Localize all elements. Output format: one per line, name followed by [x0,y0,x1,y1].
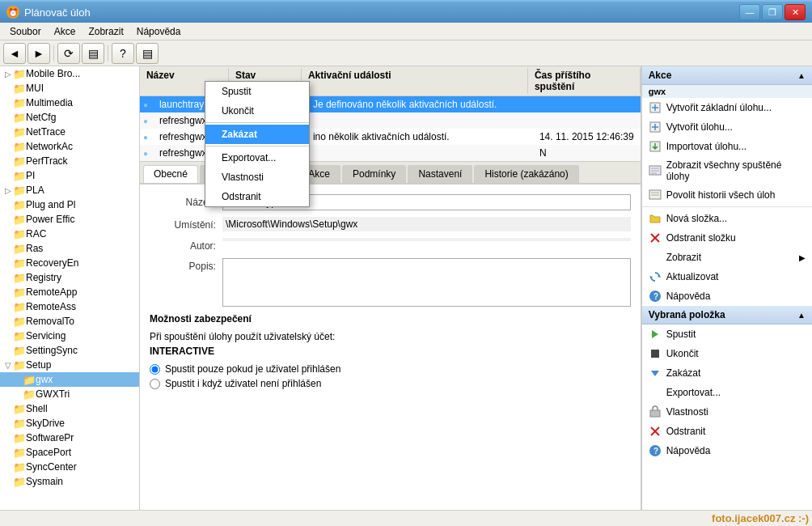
action-delete[interactable]: Odstranit [642,422,812,441]
menu-help[interactable]: Nápověda [130,24,188,39]
sidebar-item-registry[interactable]: 📁 Registry [0,270,139,285]
sidebar-item-skydrive[interactable]: 📁 SkyDrive [0,416,139,431]
action-view[interactable]: Zobrazit ▶ [642,248,812,267]
sidebar-item-pi[interactable]: 📁 PI [0,168,139,183]
actions-collapse-icon[interactable]: ▲ [797,71,806,80]
ctx-exportovat[interactable]: Exportovat... [205,148,309,168]
selected-collapse-icon[interactable]: ▲ [797,311,806,320]
refresh-button[interactable]: ⟳ [57,43,80,64]
action-disable[interactable]: Zakázat [642,363,812,383]
action-help2[interactable]: ? Nápověda [642,441,812,460]
tab-obecne[interactable]: Obecné [143,165,198,183]
action-allow-history[interactable]: Povolit historii všech úloh [642,185,812,205]
sidebar-item-sysmain[interactable]: 📁 Sysmain [0,474,139,489]
sidebar-item-setup[interactable]: ▽ 📁 Setup [0,358,139,372]
watermark: foto.ijacek007.cz :-) [712,512,809,524]
action-stop[interactable]: Ukončit [642,344,812,363]
action-new-folder[interactable]: Nová složka... [642,209,812,228]
description-field[interactable] [222,258,631,307]
expand-icon [3,142,13,151]
menu-file[interactable]: Soubor [3,24,48,39]
tab-nastaveni[interactable]: Nastavení [408,165,472,183]
sidebar-item-removalto[interactable]: 📁 RemovalTo [0,314,139,329]
sidebar-item-perftrack[interactable]: 📁 PerfTrack [0,154,139,168]
action-help1[interactable]: ? Nápověda [642,286,812,306]
sidebar-item-mobilebro[interactable]: ▷ 📁 Mobile Bro... [0,66,139,81]
tab-podminky[interactable]: Podmínky [342,165,406,183]
view-icon [649,251,662,264]
sidebar-item-mui[interactable]: 📁 MUI [0,81,139,95]
sidebar-item-multimedia[interactable]: 📁 Multimedia [0,95,139,110]
folders-button[interactable]: ▤ [82,43,104,64]
sidebar-item-rac[interactable]: 📁 RAC [0,227,139,241]
sidebar-item-remoteapp[interactable]: 📁 RemoteApp [0,285,139,299]
restore-button[interactable]: ❐ [762,4,783,20]
action-create-basic[interactable]: Vytvořit základní úlohu... [642,98,812,117]
minimize-button[interactable]: — [739,4,760,20]
action-create-task[interactable]: Vytvořit úlohu... [642,117,812,137]
action-run[interactable]: Spustit [642,325,812,344]
expand-icon[interactable]: ▷ [3,185,13,195]
action-view-running[interactable]: Zobrazit všechny spuštěné úlohy [642,156,812,185]
sidebar-label: Sysmain [26,476,63,487]
sidebar-item-settingsync[interactable]: 📁 SettingSync [0,343,139,358]
ctx-odstranit[interactable]: Odstranit [205,187,309,206]
help-button[interactable]: ? [112,43,134,64]
tab-historie[interactable]: Historie (zakázáno) [474,165,578,183]
action-properties[interactable]: Vlastnosti [642,402,812,422]
action-export[interactable]: Exportovat... [642,383,812,402]
expand-icon [3,302,13,312]
ctx-zakazat[interactable]: Zakázat [205,125,309,144]
expand-icon [3,418,13,428]
action-import[interactable]: Importovat úlohu... [642,137,812,156]
sidebar-item-spaceport[interactable]: 📁 SpacePort [0,445,139,460]
sidebar-item-powereffic[interactable]: 📁 Power Effic [0,212,139,227]
radio-notloggedin[interactable] [150,379,160,389]
folder-icon: 📁 [13,228,26,240]
details-button[interactable]: ▤ [136,43,159,64]
sidebar-item-netcfg[interactable]: 📁 NetCfg [0,110,139,125]
folder-icon: 📁 [13,155,26,168]
sidebar-item-nettrace[interactable]: 📁 NetTrace [0,125,139,139]
stop-label: Ukončit [666,348,699,359]
sidebar-item-ras[interactable]: 📁 Ras [0,241,139,256]
sidebar-item-gwxtri[interactable]: 📁 GWXTri [0,387,139,401]
action-delete-folder[interactable]: Odstranit složku [642,228,812,248]
ctx-spustit[interactable]: Spustit [205,82,309,101]
sidebar-item-softwarepr[interactable]: 📁 SoftwarePr [0,431,139,445]
export-icon [649,386,662,399]
radio-loggedin[interactable] [150,364,160,375]
expand-icon[interactable]: ▽ [3,360,13,370]
menu-view[interactable]: Zobrazit [82,24,129,39]
ctx-vlastnosti[interactable]: Vlastnosti [205,168,309,187]
sidebar-item-shell[interactable]: 📁 Shell [0,401,139,416]
close-button[interactable]: ✕ [785,4,806,20]
action-refresh[interactable]: Aktualizovat [642,267,812,286]
right-panel: Akce ▲ gwx Vytvořit základní úlohu... Vy… [641,66,812,510]
sidebar-item-recoveryen[interactable]: 📁 RecoveryEn [0,256,139,270]
folder-icon: 📁 [13,214,26,226]
sidebar-label: NetworkAc [26,141,73,152]
sidebar-item-networkac[interactable]: 📁 NetworkAc [0,139,139,154]
col-nextrun-header[interactable]: Čas příštího spuštění [528,68,641,94]
folder-icon: 📁 [13,126,26,138]
sidebar-label: NetCfg [26,112,56,123]
expand-icon[interactable]: ▷ [3,69,13,78]
sidebar-item-plugandpl[interactable]: 📁 Plug and Pl [0,197,139,212]
sidebar-item-servicing[interactable]: 📁 Servicing [0,329,139,343]
forward-button[interactable]: ► [27,43,50,64]
selected-title-label: Vybraná položka [649,309,725,320]
sidebar-item-pla[interactable]: ▷ 📁 PLA [0,183,139,197]
sidebar-label: SpacePort [26,447,71,458]
col-triggers-header[interactable]: Aktivační události [302,68,528,94]
folder-icon: 📁 [13,432,26,444]
sidebar-item-remoteass[interactable]: 📁 RemoteAss [0,299,139,314]
back-button[interactable]: ◄ [3,43,26,64]
sidebar-label: Setup [26,359,51,371]
ctx-ukoncit[interactable]: Ukončit [205,101,309,121]
security-label: Při spouštění úlohy použít uživatelský ú… [150,331,631,342]
sidebar-item-synccenter[interactable]: 📁 SyncCenter [0,460,139,474]
menu-action[interactable]: Akce [48,24,82,39]
svg-rect-23 [650,410,660,417]
sidebar-item-gwx[interactable]: 📁 gwx [0,372,139,387]
